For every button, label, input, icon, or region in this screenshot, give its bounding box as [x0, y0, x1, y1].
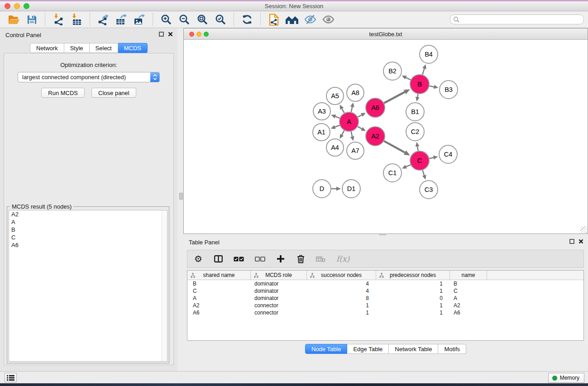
open-file-button[interactable]	[7, 13, 20, 26]
graph-node-B2[interactable]: B2	[383, 62, 402, 80]
show-glyphs-button[interactable]	[321, 13, 335, 26]
network-window-titlebar[interactable]: testGlobe.txt	[184, 29, 588, 40]
graph-edge-A-A8[interactable]	[351, 107, 352, 112]
graph-edge-C-C4[interactable]	[429, 157, 433, 158]
graph-node-A1[interactable]: A1	[313, 124, 330, 141]
float-panel-icon[interactable]	[159, 32, 164, 37]
graph-node-A6[interactable]: A6	[366, 98, 385, 117]
refresh-button[interactable]	[240, 13, 254, 26]
tab-style[interactable]: Style	[64, 43, 90, 53]
graph-edge-C-C3[interactable]	[423, 170, 425, 176]
hide-glyphs-button[interactable]	[303, 13, 317, 26]
memory-button[interactable]: Memory	[548, 373, 584, 383]
graph-edge-B-B1[interactable]	[417, 94, 418, 97]
export-network-button[interactable]	[96, 13, 110, 26]
save-session-button[interactable]	[25, 13, 38, 26]
mcds-result-list[interactable]: A2 A B C A6	[9, 210, 167, 362]
result-item[interactable]: C	[9, 234, 167, 241]
result-item[interactable]: A6	[9, 241, 167, 249]
search-input[interactable]	[460, 15, 583, 24]
result-item[interactable]: B	[9, 226, 167, 234]
graph-node-D1[interactable]: D1	[342, 180, 360, 198]
graph-edge-A-A6[interactable]	[358, 115, 362, 117]
graph-edge-B-B2[interactable]	[406, 77, 411, 80]
graph-edge-A6-B[interactable]	[384, 92, 405, 103]
close-panel-icon[interactable]	[168, 32, 173, 37]
graph-edge-C-C1[interactable]	[406, 165, 411, 167]
graph-node-B[interactable]: B	[410, 75, 429, 94]
float-panel-icon[interactable]	[569, 239, 574, 244]
column-header-predecessor-nodes[interactable]: predecessor nodes	[376, 271, 450, 280]
column-header-successor-nodes[interactable]: successor nodes	[307, 271, 376, 280]
home-button[interactable]	[285, 13, 299, 26]
tab-motifs[interactable]: Motifs	[438, 344, 466, 354]
graph-node-C1[interactable]: C1	[383, 164, 402, 182]
table-row[interactable]: C dominator 4 1 C	[187, 287, 583, 295]
network-canvas[interactable]: B4B2BB3A5A8A6A3B1AA1C2A2A4A7C4CC1C3DD1	[184, 40, 588, 234]
graph-edge-A-A2[interactable]	[358, 127, 362, 129]
graph-node-C2[interactable]: C2	[406, 123, 424, 141]
network-graph[interactable]: B4B2BB3A5A8A6A3B1AA1C2A2A4A7C4CC1C3DD1	[184, 40, 588, 234]
window-resize-grip[interactable]	[580, 226, 587, 233]
result-item[interactable]: A	[9, 218, 167, 226]
graph-node-A7[interactable]: A7	[347, 142, 364, 159]
graph-node-B3[interactable]: B3	[440, 81, 458, 99]
graph-edge-A2-C[interactable]	[384, 141, 405, 153]
import-table-button[interactable]	[70, 13, 83, 26]
run-mcds-button[interactable]: Run MCDS	[41, 88, 85, 98]
zoom-selected-button[interactable]	[214, 13, 227, 26]
graph-edge-A-A4[interactable]	[342, 130, 344, 135]
delete-table-button[interactable]	[316, 256, 325, 262]
graph-edge-B-B4[interactable]	[422, 69, 424, 75]
export-image-button[interactable]	[133, 13, 146, 26]
tab-network-table[interactable]: Network Table	[389, 344, 438, 354]
select-all-button[interactable]	[234, 257, 244, 262]
graph-node-C3[interactable]: C3	[420, 181, 438, 199]
function-builder-button[interactable]: f(x)	[336, 254, 349, 263]
graph-node-C[interactable]: C	[410, 151, 429, 170]
close-panel-button[interactable]: Close panel	[91, 88, 136, 98]
show-columns-button[interactable]	[214, 255, 223, 262]
result-item[interactable]: A2	[9, 210, 167, 218]
table-settings-button[interactable]: ⚙	[194, 254, 203, 263]
graph-node-A3[interactable]: A3	[313, 103, 330, 120]
deselect-all-button[interactable]	[255, 257, 265, 262]
zoom-out-button[interactable]	[177, 13, 191, 26]
delete-column-button[interactable]	[296, 255, 305, 263]
graph-edge-A-A1[interactable]	[335, 125, 339, 127]
graph-node-A4[interactable]: A4	[326, 139, 344, 156]
column-header-mcds-role[interactable]: MCDS role	[251, 271, 307, 280]
column-header-name[interactable]: name	[450, 271, 487, 280]
tab-edge-table[interactable]: Edge Table	[347, 344, 389, 354]
close-panel-icon[interactable]	[578, 239, 583, 244]
graph-edge-A-A3[interactable]	[335, 116, 340, 118]
network-from-document-button[interactable]	[267, 13, 281, 26]
table-row[interactable]: B dominator 4 1 B	[187, 280, 583, 287]
table-row[interactable]: A dominator 8 0 A	[187, 295, 583, 302]
tab-mcds[interactable]: MCDS	[118, 43, 148, 53]
graph-node-B1[interactable]: B1	[406, 103, 424, 121]
tab-network[interactable]: Network	[30, 43, 64, 53]
graph-node-D[interactable]: D	[313, 180, 331, 198]
tab-select[interactable]: Select	[90, 43, 118, 53]
split-divider-handle[interactable]	[179, 193, 183, 200]
graph-node-A[interactable]: A	[339, 112, 359, 131]
export-table-button[interactable]	[115, 13, 128, 26]
table-row[interactable]: A6 connector 1 1 A6	[187, 309, 583, 316]
import-network-button[interactable]	[52, 13, 65, 26]
graph-node-C4[interactable]: C4	[439, 145, 457, 163]
graph-node-A2[interactable]: A2	[366, 127, 385, 146]
zoom-fit-button[interactable]	[196, 13, 209, 26]
graph-edge-A-A7[interactable]	[351, 131, 352, 136]
add-column-button[interactable]	[276, 255, 285, 263]
zoom-in-button[interactable]	[159, 13, 173, 26]
tab-node-table[interactable]: Node Table	[305, 344, 348, 354]
table-row[interactable]: A2 connector 1 1 A2	[187, 302, 583, 309]
criterion-select[interactable]: largest connected component (directed)	[18, 72, 160, 82]
column-header-shared-name[interactable]: shared name	[187, 271, 251, 280]
graph-edge-A-A5[interactable]	[342, 109, 344, 113]
graph-edge-B-B3[interactable]	[430, 86, 434, 87]
graph-node-B4[interactable]: B4	[420, 45, 438, 63]
result-scrollbar[interactable]	[162, 210, 167, 361]
graph-edge-C-C2[interactable]	[417, 147, 418, 151]
